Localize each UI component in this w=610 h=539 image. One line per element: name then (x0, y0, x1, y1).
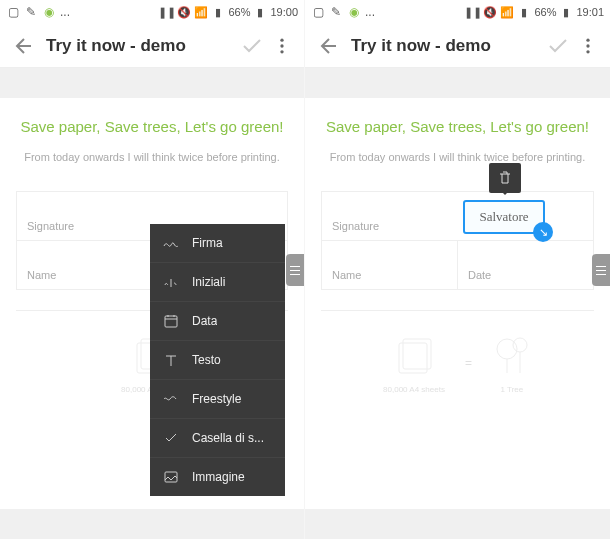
signal-icon: ▮ (517, 5, 531, 19)
insert-menu: Firma Iniziali Data Testo Freestyle Case… (150, 224, 285, 496)
page-title: Try it now - demo (351, 36, 546, 56)
confirm-icon[interactable] (546, 34, 570, 58)
confirm-icon[interactable] (240, 34, 264, 58)
pen-icon: ✎ (24, 5, 38, 19)
status-bar: ▢ ✎ ◉ ... ❚❚ 🔇 📶 ▮ 66% ▮ 19:01 (305, 0, 610, 24)
back-icon[interactable] (12, 34, 36, 58)
trash-icon (497, 170, 513, 186)
equals: = (465, 356, 472, 370)
left-screen: ▢ ✎ ◉ ... ❚❚ 🔇 📶 ▮ 66% ▮ 19:00 Try it no… (0, 0, 305, 539)
globe-icon: ◉ (347, 5, 361, 19)
vibrate-icon: ❚❚ (160, 5, 174, 19)
svg-point-1 (280, 44, 283, 47)
status-time: 19:00 (270, 6, 298, 18)
gallery-icon: ▢ (311, 5, 325, 19)
header: Try it now - demo (0, 24, 304, 68)
subtitle: From today onwards I will think twice be… (16, 151, 288, 163)
image-icon (162, 468, 180, 486)
paper-stack: 80,000 A4 sheets (383, 331, 445, 394)
more-icon[interactable] (578, 36, 598, 56)
initials-icon (162, 273, 180, 291)
pen-icon: ✎ (329, 5, 343, 19)
battery-percent: 66% (228, 6, 250, 18)
divider (321, 310, 594, 311)
status-time: 19:01 (576, 6, 604, 18)
status-ellipsis: ... (365, 5, 375, 19)
mute-icon: 🔇 (177, 5, 191, 19)
spacer-bottom (0, 509, 304, 539)
checkbox-icon (162, 429, 180, 447)
menu-testo[interactable]: Testo (150, 341, 285, 380)
eco-illustration: 80,000 A4 sheets = 1 Tree (321, 331, 594, 394)
right-screen: ▢ ✎ ◉ ... ❚❚ 🔇 📶 ▮ 66% ▮ 19:01 Try it no… (305, 0, 610, 539)
sheets-caption: 80,000 A4 sheets (383, 385, 445, 394)
menu-immagine[interactable]: Immagine (150, 458, 285, 496)
battery-percent: 66% (534, 6, 556, 18)
menu-label: Casella di s... (192, 431, 264, 445)
document-content: Save paper, Save trees, Let's go green! … (305, 98, 610, 509)
menu-data[interactable]: Data (150, 302, 285, 341)
spacer-bottom (305, 509, 610, 539)
more-icon[interactable] (272, 36, 292, 56)
svg-point-0 (280, 38, 283, 41)
gallery-icon: ▢ (6, 5, 20, 19)
menu-label: Immagine (192, 470, 245, 484)
resize-handle[interactable]: ↘ (533, 222, 553, 242)
date-field[interactable]: Date (457, 241, 593, 289)
name-label: Name (332, 269, 447, 281)
svg-point-2 (280, 50, 283, 53)
status-bar: ▢ ✎ ◉ ... ❚❚ 🔇 📶 ▮ 66% ▮ 19:00 (0, 0, 304, 24)
svg-rect-5 (165, 316, 177, 327)
signature-icon (162, 234, 180, 252)
menu-label: Testo (192, 353, 221, 367)
menu-label: Data (192, 314, 217, 328)
tagline: Save paper, Save trees, Let's go green! (321, 118, 594, 135)
form-box: Signature Name Date (321, 191, 594, 290)
delete-button[interactable] (489, 163, 521, 193)
tagline: Save paper, Save trees, Let's go green! (16, 118, 288, 135)
header: Try it now - demo (305, 24, 610, 68)
side-tab[interactable] (592, 254, 610, 286)
mute-icon: 🔇 (483, 5, 497, 19)
menu-iniziali[interactable]: Iniziali (150, 263, 285, 302)
vibrate-icon: ❚❚ (466, 5, 480, 19)
date-label: Date (468, 269, 583, 281)
back-icon[interactable] (317, 34, 341, 58)
menu-freestyle[interactable]: Freestyle (150, 380, 285, 419)
signature-widget[interactable]: Salvatore ↘ (463, 200, 545, 234)
menu-label: Firma (192, 236, 223, 250)
signature-value: Salvatore (479, 209, 528, 225)
svg-point-8 (586, 44, 589, 47)
svg-point-9 (586, 50, 589, 53)
menu-casella[interactable]: Casella di s... (150, 419, 285, 458)
text-icon (162, 351, 180, 369)
subtitle: From today onwards I will think twice be… (321, 151, 594, 163)
battery-icon: ▮ (253, 5, 267, 19)
battery-icon: ▮ (559, 5, 573, 19)
calendar-icon (162, 312, 180, 330)
menu-firma[interactable]: Firma (150, 224, 285, 263)
menu-label: Freestyle (192, 392, 241, 406)
wifi-icon: 📶 (500, 5, 514, 19)
freestyle-icon (162, 390, 180, 408)
signal-icon: ▮ (211, 5, 225, 19)
globe-icon: ◉ (42, 5, 56, 19)
page-title: Try it now - demo (46, 36, 240, 56)
tree-caption: 1 Tree (492, 385, 532, 394)
side-tab[interactable] (286, 254, 304, 286)
svg-point-7 (586, 38, 589, 41)
wifi-icon: 📶 (194, 5, 208, 19)
spacer-top (0, 68, 304, 98)
name-field[interactable]: Name (322, 241, 457, 289)
menu-label: Iniziali (192, 275, 225, 289)
tree: 1 Tree (492, 331, 532, 394)
svg-point-13 (513, 338, 527, 352)
status-ellipsis: ... (60, 5, 70, 19)
spacer-top (305, 68, 610, 98)
